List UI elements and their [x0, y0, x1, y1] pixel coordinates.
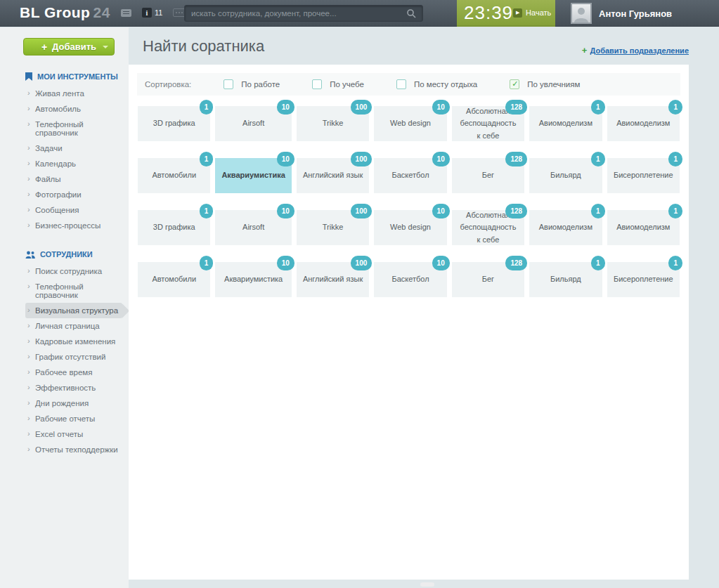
global-search	[184, 5, 423, 22]
sidebar-item[interactable]: Сообщения	[25, 202, 122, 218]
tag-card[interactable]: 10 Airsoft	[215, 106, 291, 141]
tag-card[interactable]: 128 Абсолютная беспощадность к себе	[452, 106, 524, 141]
chevron-right-icon	[27, 337, 30, 345]
sidebar-item[interactable]: Телефонный справочник	[25, 279, 122, 303]
scrollbar-thumb[interactable]	[420, 582, 434, 587]
tag-card[interactable]: 10 Аквариумистика	[215, 262, 291, 297]
start-workday-button[interactable]: Начать	[513, 8, 551, 18]
chevron-down-icon	[103, 46, 108, 51]
tag-label: Бег	[482, 273, 494, 285]
sidebar-item[interactable]: Кадровые изменения	[25, 334, 122, 349]
count-badge: 10	[432, 204, 450, 218]
sort-option[interactable]: По работе	[224, 79, 280, 89]
tag-card[interactable]: 1 3D графика	[138, 106, 210, 141]
add-button[interactable]: Добавить	[23, 38, 115, 55]
tag-label: Английский язык	[303, 273, 363, 285]
top-bar: BL Group24 11 23:39 Начать Антон Гурьяно…	[0, 0, 719, 27]
sorting-bar: Сортировка: По работе По учебе	[137, 73, 680, 96]
tag-label: Баскетбол	[391, 273, 429, 285]
tag-card[interactable]: 1 Бисероплетение	[607, 262, 680, 297]
tag-card[interactable]: 10 Web design	[374, 106, 446, 141]
user-name[interactable]: Антон Гурьянов	[599, 8, 672, 19]
sidebar-item[interactable]: Календарь	[25, 156, 122, 171]
add-button-label: Добавить	[52, 41, 96, 52]
checkbox-icon[interactable]	[396, 79, 406, 89]
tag-card[interactable]: 100 Trikke	[297, 106, 369, 141]
sidebar-item-label: Визуальная структура	[35, 306, 118, 315]
sort-option[interactable]: По учебе	[312, 79, 364, 89]
tag-card[interactable]: 1 Авиомоделизм	[607, 210, 680, 245]
tag-card[interactable]: 10 Web design	[374, 210, 446, 245]
tag-card[interactable]: 1 Бисероплетение	[607, 158, 680, 193]
tag-card[interactable]: 100 Английский язык	[297, 158, 369, 193]
sidebar-item[interactable]: Файлы	[25, 171, 122, 187]
add-department-link[interactable]: Добавить подразделение	[582, 45, 689, 55]
tag-card[interactable]: 1 Авиомоделизм	[607, 106, 680, 141]
sidebar-item[interactable]: Телефонный справочник	[25, 117, 122, 141]
sidebar-item[interactable]: Excel отчеты	[25, 426, 122, 442]
chevron-right-icon	[27, 414, 30, 422]
notifications-widget[interactable]: 11	[142, 8, 162, 18]
tag-card[interactable]: 100 Английский язык	[297, 262, 369, 297]
chat-icon[interactable]	[121, 9, 131, 17]
tag-label: Аквариумистика	[221, 169, 285, 181]
logo-suffix: 24	[93, 4, 110, 20]
count-badge: 128	[505, 204, 527, 218]
sidebar-item[interactable]: Задачи	[25, 141, 122, 156]
sidebar-item[interactable]: Личная страница	[25, 318, 122, 334]
count-badge: 1	[200, 204, 214, 218]
info-icon[interactable]	[142, 8, 152, 18]
chevron-right-icon	[27, 429, 30, 438]
timer-display: 23:39	[464, 2, 513, 24]
user-avatar[interactable]	[571, 3, 592, 24]
work-timer: 23:39 Начать	[457, 0, 555, 27]
tag-card[interactable]: 1 Авиомоделизм	[529, 210, 602, 245]
tag-label: Авиомоделизм	[616, 117, 670, 129]
tag-card[interactable]: 1 Бильярд	[529, 262, 602, 297]
search-input[interactable]	[191, 9, 406, 18]
tag-card[interactable]: 128 Бег	[452, 262, 524, 297]
tag-label: Бильярд	[550, 273, 581, 285]
sorting-label: Сортировка:	[145, 80, 191, 89]
sidebar-item[interactable]: Автомобиль	[25, 101, 122, 117]
sidebar-item[interactable]: Визуальная структура	[25, 303, 122, 318]
checkbox-icon[interactable]	[224, 79, 233, 89]
count-badge: 10	[432, 100, 450, 115]
sidebar-item-label: Excel отчеты	[35, 430, 83, 438]
sidebar-item[interactable]: Эффективность	[25, 380, 122, 396]
count-badge: 100	[351, 152, 373, 166]
sidebar-item[interactable]: Поиск сотрудника	[25, 263, 122, 279]
checkbox-icon[interactable]	[510, 79, 519, 89]
sidebar-item[interactable]: Дни рождения	[25, 396, 122, 411]
plus-icon	[582, 45, 588, 55]
search-icon[interactable]	[406, 8, 416, 18]
sidebar-item[interactable]: График отсутствий	[25, 349, 122, 365]
tag-card[interactable]: 1 Бильярд	[529, 158, 602, 193]
tag-card[interactable]: 1 3D графика	[138, 210, 210, 245]
tag-card[interactable]: 10 Аквариумистика	[215, 158, 291, 193]
page-header: Найти соратника Добавить подразделение	[129, 27, 719, 65]
count-badge: 10	[432, 152, 450, 166]
tag-label: Аквариумистика	[224, 273, 283, 285]
tag-card[interactable]: 10 Airsoft	[215, 210, 291, 245]
tag-card[interactable]: 128 Абсолютная беспощадность к себе	[452, 210, 524, 245]
sidebar-item[interactable]: Отчеты техподдержки	[25, 442, 122, 457]
sidebar-item[interactable]: Рабочие отчеты	[25, 411, 122, 426]
sidebar-item[interactable]: Бизнес-процессы	[25, 218, 122, 233]
tag-card[interactable]: 1 Автомобили	[138, 262, 210, 297]
tag-card[interactable]: 1 Авиомоделизм	[529, 106, 602, 141]
sort-option[interactable]: По увлечниям	[510, 79, 580, 89]
sidebar-item[interactable]: Рабочее время	[25, 365, 122, 380]
sidebar-item[interactable]: Фотографии	[25, 187, 122, 202]
sidebar-item[interactable]: Живая лента	[25, 86, 122, 101]
chevron-right-icon	[27, 159, 30, 167]
checkbox-icon[interactable]	[312, 79, 322, 89]
tag-card[interactable]: 128 Бег	[452, 158, 524, 193]
tag-card[interactable]: 1 Автомобили	[138, 158, 210, 193]
tag-card[interactable]: 10 Баскетбол	[374, 262, 446, 297]
chevron-right-icon	[27, 383, 30, 391]
sidebar-section-tools: МОИ ИНСТРУМЕНТЫ Живая лента Автомобиль Т…	[25, 72, 129, 233]
tag-card[interactable]: 10 Баскетбол	[374, 158, 446, 193]
tag-card[interactable]: 100 Trikke	[297, 210, 369, 245]
sort-option[interactable]: По месту отдыха	[396, 79, 477, 89]
